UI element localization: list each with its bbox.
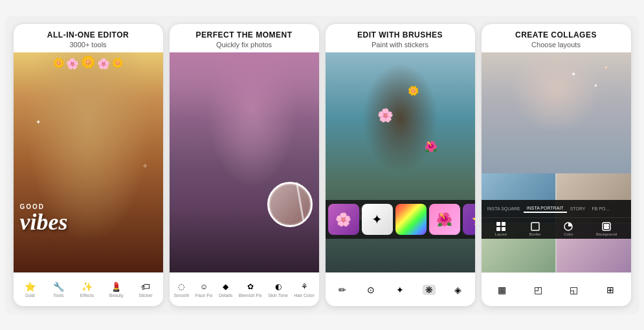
card-editor-subtitle: 3000+ tools — [20, 41, 157, 49]
toolbar-blemish[interactable]: ✿ Blemish Fix — [239, 281, 262, 298]
tab-insta-portrait[interactable]: INSTA PORTRAIT — [524, 204, 567, 213]
tool-background[interactable]: Background — [596, 221, 617, 236]
sparkle: ✧ — [142, 162, 148, 170]
hair-detail — [170, 52, 319, 162]
facefix-icon: ☺ — [197, 281, 210, 292]
app-container: ALL-IN-ONE EDITOR 3000+ tools 🌼 🌸 🌼 🌸 🌼 … — [5, 16, 639, 314]
brush5-icon: ◈ — [451, 285, 464, 295]
toolbar-skintone[interactable]: ◐ Skin Tone — [268, 281, 288, 298]
toolbar-brush-2[interactable]: ⊙ — [364, 285, 377, 295]
sticker-icon: 🏷 — [139, 281, 152, 292]
brush3-icon: ✦ — [394, 285, 406, 295]
beauty-icon: 💄 — [110, 281, 123, 292]
sparkle: ✦ — [36, 118, 41, 126]
card-brushes-title: EDIT WITH BRUSHES — [332, 30, 469, 39]
color-icon — [563, 221, 573, 232]
brush4-icon: ❋ — [423, 285, 436, 295]
toolbar-gold[interactable]: ⭐ Gold — [23, 281, 36, 298]
svg-rect-9 — [604, 226, 609, 229]
collage-icon-2: ◰ — [531, 285, 544, 295]
svg-rect-4 — [531, 223, 539, 230]
tool-layout[interactable]: Layout — [495, 221, 507, 236]
brush1-icon: ✏ — [336, 285, 349, 295]
sticker-flower: 🌸 — [377, 107, 394, 123]
card-editor-header: ALL-IN-ONE EDITOR 3000+ tools — [14, 24, 163, 52]
toolbar-collage-3[interactable]: ◱ — [568, 285, 581, 295]
sticker-thumb-3[interactable]: 🌺 — [429, 204, 460, 235]
collage-controls: INSTA SQUARE INSTA PORTRAIT STORY FB PO.… — [482, 200, 631, 239]
layout-icon — [496, 221, 506, 232]
gold-icon: ⭐ — [23, 281, 36, 292]
svg-rect-0 — [496, 222, 500, 226]
tab-fb[interactable]: FB PO... — [589, 205, 613, 212]
toolbar-tools[interactable]: 🔧 Tools — [52, 281, 65, 298]
haircolor-icon: ⚘ — [298, 281, 311, 292]
card-collages-subtitle: Choose layouts — [488, 41, 625, 49]
svg-rect-7 — [604, 224, 606, 226]
toolbar-brush-3[interactable]: ✦ — [394, 285, 406, 295]
card-collages: CREATE COLLAGES Choose layouts ✦ ✦ ✦ — [481, 23, 632, 307]
toolbar-details[interactable]: ◆ Details — [219, 281, 232, 298]
brushes-toolbar: ✏ ⊙ ✦ ❋ ◈ — [326, 272, 475, 306]
tab-story[interactable]: STORY — [567, 205, 589, 212]
toolbar-facefix[interactable]: ☺ Face Fix — [195, 281, 213, 298]
toolbar-brush-1[interactable]: ✏ — [336, 285, 349, 295]
card-moment-title: PERFECT THE MOMENT — [176, 30, 313, 39]
sticker-thumb-rainbow[interactable] — [395, 204, 427, 235]
collage-icon-1: ▦ — [495, 285, 508, 295]
svg-rect-8 — [606, 224, 609, 226]
tools-icon: 🔧 — [52, 281, 65, 292]
tool-color[interactable]: Color — [563, 221, 573, 236]
sticker-thumb-1[interactable]: 🌸 — [328, 204, 359, 235]
brush2-icon: ⊙ — [364, 285, 377, 295]
card-brushes-header: EDIT WITH BRUSHES Paint with stickers — [326, 24, 475, 52]
card-moment-image — [170, 52, 319, 272]
tab-insta-square[interactable]: INSTA SQUARE — [484, 205, 524, 212]
vibes-text: GOOD vibes — [20, 203, 68, 234]
sticker-picker: 🌸 ✦ 🌺 ⭐ — [326, 200, 475, 239]
card-collages-title: CREATE COLLAGES — [488, 30, 625, 39]
editor-toolbar: ⭐ Gold 🔧 Tools ✨ Effects 💄 Beauty 🏷 Stic… — [14, 272, 163, 306]
smooth-icon: ◌ — [175, 281, 188, 292]
card-moment: PERFECT THE MOMENT Quickly fix photos ◌ … — [169, 23, 320, 307]
toolbar-collage-4[interactable]: ⊞ — [604, 285, 617, 295]
moment-toolbar: ◌ Smooth ☺ Face Fix ◆ Details ✿ Blemish … — [170, 272, 319, 306]
card-moment-header: PERFECT THE MOMENT Quickly fix photos — [170, 24, 319, 52]
card-brushes-image: 🌸 🌺 🌼 🌸 🌸 ✦ 🌺 ⭐ — [326, 52, 475, 272]
tool-border[interactable]: Border — [529, 221, 541, 236]
collages-toolbar: ▦ ◰ ◱ ⊞ — [482, 272, 631, 306]
blemish-icon: ✿ — [244, 281, 257, 292]
card-editor-title: ALL-IN-ONE EDITOR — [20, 30, 157, 39]
toolbar-smooth[interactable]: ◌ Smooth — [173, 281, 189, 298]
toolbar-beauty[interactable]: 💄 Beauty — [109, 281, 124, 298]
card-moment-subtitle: Quickly fix photos — [176, 41, 313, 49]
toolbar-collage-1[interactable]: ▦ — [495, 285, 508, 295]
flower-crown: 🌼 🌸 🌼 🌸 🌼 — [53, 58, 123, 70]
toolbar-collage-2[interactable]: ◰ — [531, 285, 544, 295]
toolbar-sticker[interactable]: 🏷 Sticker — [139, 281, 152, 298]
circle-preview — [267, 182, 313, 227]
card-collages-header: CREATE COLLAGES Choose layouts — [482, 24, 631, 52]
collage-tool-row: Layout Border — [482, 218, 631, 239]
toolbar-haircolor[interactable]: ⚘ Hair Color — [294, 281, 315, 298]
svg-rect-3 — [502, 227, 505, 231]
svg-rect-2 — [496, 227, 500, 231]
sticker-thumb-4[interactable]: ⭐ — [463, 204, 475, 235]
card-collages-image: ✦ ✦ ✦ INSTA SQUARE INSTA PORTRAIT STORY — [482, 52, 631, 272]
card-editor-image: 🌼 🌸 🌼 🌸 🌼 ✦ ✧ GOOD vibes — [14, 52, 163, 272]
svg-rect-1 — [502, 222, 505, 226]
sticker-flower2: 🌺 — [425, 140, 438, 153]
card-brushes-subtitle: Paint with stickers — [332, 41, 469, 49]
collage-icon-3: ◱ — [568, 285, 581, 295]
collage-icon-4: ⊞ — [604, 285, 617, 295]
sticker-flower3: 🌼 — [408, 85, 419, 96]
toolbar-effects[interactable]: ✨ Effects — [80, 281, 94, 298]
toolbar-brush-4[interactable]: ❋ — [423, 285, 436, 295]
details-icon: ◆ — [219, 281, 232, 292]
collage-tab-row: INSTA SQUARE INSTA PORTRAIT STORY FB PO.… — [482, 200, 631, 218]
sticker-thumb-2[interactable]: ✦ — [362, 204, 393, 235]
toolbar-brush-5[interactable]: ◈ — [451, 285, 464, 295]
effects-icon: ✨ — [80, 281, 93, 292]
background-icon — [601, 221, 612, 232]
card-brushes: EDIT WITH BRUSHES Paint with stickers 🌸 … — [325, 23, 476, 307]
